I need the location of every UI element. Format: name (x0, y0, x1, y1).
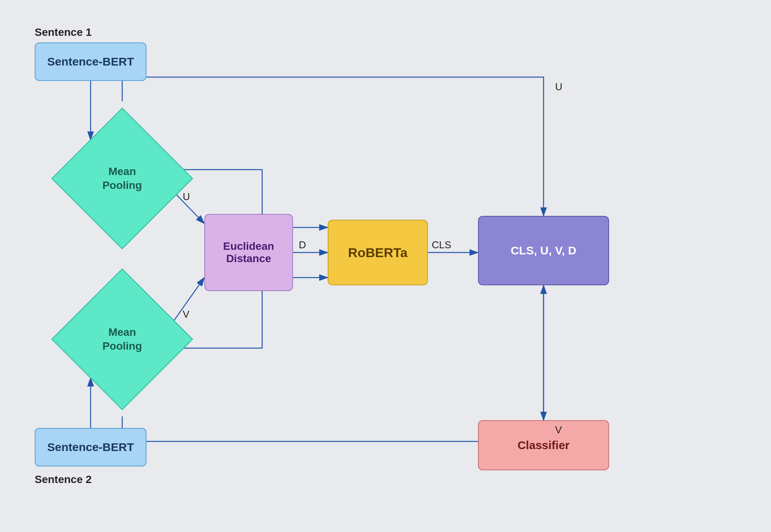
euclidean-distance-box: Euclidean Distance (204, 214, 293, 291)
diagram-container: Sentence 1 Sentence 2 Sentence-BERT Sent… (0, 0, 771, 532)
arrow-label-d: D (299, 239, 306, 251)
sbert-box-2: Sentence-BERT (35, 428, 146, 466)
roberta-box: RoBERTa (328, 220, 428, 285)
sentence1-label: Sentence 1 (35, 26, 92, 39)
sentence2-label: Sentence 2 (35, 473, 92, 486)
arrow-label-u1: U (183, 191, 190, 203)
mean-pooling-2: MeanPooling (45, 262, 199, 416)
arrow-label-cls: CLS (432, 239, 451, 251)
arrow-label-v1: V (183, 308, 189, 320)
mean-pooling-1: MeanPooling (45, 101, 199, 256)
classifier-box: Classifier (478, 420, 609, 470)
cls-uvd-box: CLS, U, V, D (478, 216, 609, 285)
arrow-label-u2: U (555, 81, 562, 93)
sbert-box-1: Sentence-BERT (35, 42, 146, 81)
arrow-label-v2: V (555, 424, 562, 436)
